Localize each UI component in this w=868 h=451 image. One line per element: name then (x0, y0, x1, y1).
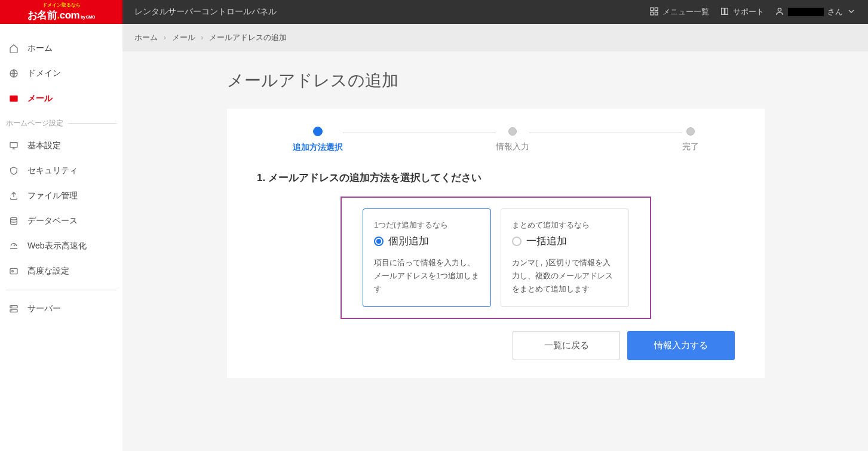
step-label: 追加方法選択 (293, 142, 343, 153)
chevron-down-icon (846, 7, 856, 18)
option-subtitle: 1つだけ追加するなら (374, 220, 480, 231)
sidebar-item-domain[interactable]: ドメイン (0, 61, 122, 86)
user-menu[interactable]: さん (775, 7, 856, 18)
book-icon (720, 7, 729, 18)
option-title: 個別追加 (388, 234, 429, 248)
sidebar-label: サーバー (27, 303, 61, 314)
option-desc: カンマ(，)区切りで情報を入力し、複数のメールアドレスをまとめて追加します (512, 256, 618, 296)
sidebar-item-home[interactable]: ホーム (0, 36, 122, 61)
radio-individual[interactable] (374, 237, 384, 246)
sidebar-label: 基本設定 (27, 140, 61, 151)
grid-icon (649, 7, 659, 18)
user-icon (775, 7, 784, 18)
sidebar-label: ホーム (27, 43, 53, 54)
back-button[interactable]: 一覧に戻る (513, 331, 620, 360)
home-icon (8, 43, 19, 54)
svg-rect-1 (655, 8, 658, 11)
svg-point-14 (11, 311, 12, 311)
step-1: 追加方法選択 (293, 127, 343, 153)
section-title: 1. メールアドレスの追加方法を選択してください (257, 171, 735, 185)
svg-rect-3 (655, 12, 658, 15)
sidebar-label: Web表示高速化 (27, 241, 87, 251)
stepper: 追加方法選択 情報入力 完了 (257, 127, 735, 153)
logo[interactable]: ドメイン取るなら お名前.comby GMO (0, 0, 122, 24)
step-2: 情報入力 (496, 127, 529, 152)
step-label: 情報入力 (496, 142, 529, 152)
breadcrumb-sep: › (164, 33, 166, 42)
sidebar-item-advanced[interactable]: 高度な設定 (0, 259, 122, 284)
shield-icon (8, 165, 19, 176)
sidebar-section-homepage: ホームページ設定 (0, 111, 122, 133)
svg-rect-2 (651, 12, 654, 15)
sidebar-label: ファイル管理 (27, 191, 78, 201)
upload-icon (8, 191, 19, 201)
step-dot (313, 127, 323, 136)
sidebar-label: データベース (27, 216, 78, 226)
svg-rect-0 (651, 8, 654, 11)
server-icon (8, 303, 19, 314)
sidebar-item-security[interactable]: セキュリティ (0, 158, 122, 183)
step-dot (508, 127, 517, 136)
mail-icon (8, 93, 19, 104)
header-title: レンタルサーバーコントロールパネル (134, 7, 649, 17)
panel: 追加方法選択 情報入力 完了 1. メールアドレスの追加方法を選択してください (227, 109, 765, 378)
breadcrumb: ホーム › メール › メールアドレスの追加 (122, 24, 868, 51)
menu-list-label: メニュー一覧 (662, 7, 709, 17)
breadcrumb-home[interactable]: ホーム (134, 33, 158, 42)
sidebar-item-file[interactable]: ファイル管理 (0, 183, 122, 208)
sidebar-item-server[interactable]: サーバー (0, 296, 122, 321)
sidebar-item-speed[interactable]: Web表示高速化 (0, 234, 122, 259)
database-icon (8, 216, 19, 226)
header: ドメイン取るなら お名前.comby GMO レンタルサーバーコントロールパネル… (0, 0, 868, 24)
step-line (529, 133, 682, 133)
breadcrumb-sep: › (201, 33, 203, 42)
logo-tagline: ドメイン取るなら (42, 2, 81, 8)
next-button[interactable]: 情報入力する (627, 331, 735, 360)
option-desc: 項目に沿って情報を入力し、メールアドレスを1つ追加します (374, 256, 480, 296)
sidebar-item-database[interactable]: データベース (0, 208, 122, 234)
sidebar-item-mail[interactable]: メール (0, 86, 122, 111)
step-dot (686, 127, 695, 136)
speed-icon (8, 241, 19, 251)
monitor-icon (8, 140, 19, 151)
button-row: 一覧に戻る 情報入力する (257, 331, 735, 360)
step-3: 完了 (682, 127, 699, 152)
menu-list-link[interactable]: メニュー一覧 (649, 7, 709, 18)
sidebar-label: ドメイン (27, 68, 61, 79)
option-title: 一括追加 (526, 234, 567, 248)
step-label: 完了 (682, 142, 699, 152)
settings-icon (8, 266, 19, 277)
divider (6, 290, 116, 290)
svg-point-4 (778, 8, 781, 11)
breadcrumb-current: メールアドレスの追加 (209, 33, 287, 42)
sidebar-label: 高度な設定 (27, 266, 69, 277)
svg-point-10 (12, 271, 14, 272)
support-label: サポート (733, 7, 764, 17)
option-subtitle: まとめて追加するなら (512, 220, 618, 231)
header-right: メニュー一覧 サポート さん (649, 7, 868, 18)
svg-point-8 (11, 217, 17, 220)
breadcrumb-mail[interactable]: メール (172, 33, 195, 42)
option-individual[interactable]: 1つだけ追加するなら 個別追加 項目に沿って情報を入力し、メールアドレスを1つ追… (363, 208, 491, 307)
radio-bulk[interactable] (512, 237, 522, 246)
sidebar: ホーム ドメイン メール ホームページ設定 基本設定 セキュリティ ファイル管理… (0, 24, 122, 451)
option-bulk[interactable]: まとめて追加するなら 一括追加 カンマ(，)区切りで情報を入力し、複数のメールア… (501, 208, 629, 307)
svg-rect-7 (10, 143, 17, 148)
sidebar-item-basic[interactable]: 基本設定 (0, 133, 122, 158)
main: ホーム › メール › メールアドレスの追加 メールアドレスの追加 追加方法選択… (122, 24, 868, 451)
logo-brand: お名前.comby GMO (27, 8, 95, 22)
page-title: メールアドレスの追加 (146, 69, 844, 92)
user-name (788, 8, 824, 16)
sidebar-label: メール (27, 93, 53, 104)
step-line (343, 133, 496, 133)
sidebar-label: セキュリティ (27, 165, 78, 176)
globe-icon (8, 68, 19, 79)
highlight-box: 1つだけ追加するなら 個別追加 項目に沿って情報を入力し、メールアドレスを1つ追… (341, 197, 651, 319)
svg-point-13 (11, 306, 12, 307)
support-link[interactable]: サポート (720, 7, 764, 18)
user-suffix: さん (827, 7, 843, 17)
